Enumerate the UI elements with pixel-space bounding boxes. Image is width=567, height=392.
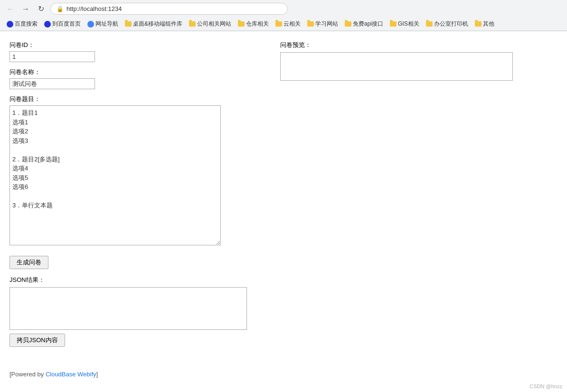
bookmark-learning[interactable]: 学习网站 — [304, 19, 341, 29]
questionnaire-id-label: 问卷ID： — [9, 41, 266, 49]
browser-chrome: ← → ↻ 🔒 http://localhost:1234 百度搜索 到百度首页… — [0, 0, 567, 31]
back-button[interactable]: ← — [5, 3, 16, 15]
folder-icon — [238, 21, 245, 27]
bookmark-gis[interactable]: GIS相关 — [387, 19, 422, 29]
page-content: 问卷ID： 问卷名称： 问卷题目： 1．题目1 选项1 选项2 选项3 2．题目… — [0, 31, 567, 356]
footer-text-end: ] — [96, 371, 98, 378]
questionnaire-topics-group: 问卷题目： 1．题目1 选项1 选项2 选项3 2．题目2[多选题] 选项4 选… — [9, 95, 266, 245]
preview-label: 问卷预览： — [280, 41, 558, 49]
bookmark-company[interactable]: 公司相关网站 — [186, 19, 234, 29]
bookmark-nav[interactable]: 网址导航 — [85, 19, 121, 29]
forward-button[interactable]: → — [20, 3, 31, 15]
bookmark-warehouse[interactable]: 仓库相关 — [235, 19, 272, 29]
questionnaire-id-input[interactable] — [9, 51, 95, 62]
folder-icon — [189, 21, 196, 27]
lock-icon: 🔒 — [57, 6, 64, 12]
folder-icon — [345, 21, 351, 27]
folder-icon — [426, 21, 433, 27]
bookmark-label: 云相关 — [284, 20, 301, 28]
browser-toolbar: ← → ↻ 🔒 http://localhost:1234 — [0, 0, 567, 18]
questionnaire-name-group: 问卷名称： — [9, 68, 266, 89]
bookmark-label: 其他 — [483, 20, 494, 28]
bookmark-cloud[interactable]: 云相关 — [273, 19, 303, 29]
copy-json-button[interactable]: 拷贝JSON内容 — [9, 334, 65, 347]
footer-link[interactable]: CloudBase Webify — [46, 371, 96, 378]
url-text: http://localhost:1234 — [66, 5, 122, 12]
bookmark-label: 桌面&移动端组件库 — [133, 20, 182, 28]
questionnaire-topics-textarea[interactable]: 1．题目1 选项1 选项2 选项3 2．题目2[多选题] 选项4 选项5 选项6… — [9, 105, 221, 245]
questionnaire-name-input[interactable] — [9, 78, 95, 89]
web-icon — [87, 21, 94, 28]
questionnaire-name-label: 问卷名称： — [9, 68, 266, 76]
bookmark-label: 到百度首页 — [52, 20, 81, 28]
preview-box — [280, 52, 513, 81]
baidu-icon — [7, 21, 13, 28]
address-bar[interactable]: 🔒 http://localhost:1234 — [50, 3, 288, 15]
footer-text-start: [Powered by — [9, 371, 46, 378]
bookmark-baidu-search[interactable]: 百度搜索 — [4, 19, 40, 29]
baidu-icon-2 — [44, 21, 51, 28]
footer: [Powered by CloudBase Webify] — [0, 366, 567, 383]
left-panel: 问卷ID： 问卷名称： 问卷题目： 1．题目1 选项1 选项2 选项3 2．题目… — [9, 41, 266, 347]
questionnaire-id-group: 问卷ID： — [9, 41, 266, 62]
bookmark-printer[interactable]: 办公室打印机 — [423, 19, 471, 29]
json-result-label: JSON结果： — [9, 276, 266, 284]
bookmark-other[interactable]: 其他 — [472, 19, 497, 29]
right-panel: 问卷预览： — [280, 41, 558, 347]
folder-icon — [125, 21, 132, 27]
folder-icon — [475, 21, 482, 27]
bookmark-api[interactable]: 免费api接口 — [342, 19, 386, 29]
questionnaire-topics-label: 问卷题目： — [9, 95, 266, 103]
bookmark-label: 网址导航 — [95, 20, 118, 28]
bookmark-label: 学习网站 — [315, 20, 338, 28]
bookmark-label: 免费api接口 — [353, 20, 383, 28]
bookmark-label: 公司相关网站 — [197, 20, 231, 28]
generate-questionnaire-button[interactable]: 生成问卷 — [9, 256, 48, 269]
bookmarks-bar: 百度搜索 到百度首页 网址导航 桌面&移动端组件库 公司相关网站 仓库相关 云相… — [0, 18, 567, 31]
bookmark-label: GIS相关 — [398, 20, 419, 28]
folder-icon — [307, 21, 314, 27]
bookmark-baidu-home[interactable]: 到百度首页 — [41, 19, 84, 29]
refresh-button[interactable]: ↻ — [35, 3, 47, 15]
bookmark-label: 仓库相关 — [246, 20, 269, 28]
bookmark-desktop-mobile[interactable]: 桌面&移动端组件库 — [122, 19, 185, 29]
bookmark-label: 百度搜索 — [15, 20, 38, 28]
json-result-textarea[interactable] — [10, 288, 246, 329]
bookmark-label: 办公室打印机 — [434, 20, 468, 28]
folder-icon — [275, 21, 282, 27]
folder-icon — [390, 21, 397, 27]
json-result-container — [9, 287, 247, 330]
